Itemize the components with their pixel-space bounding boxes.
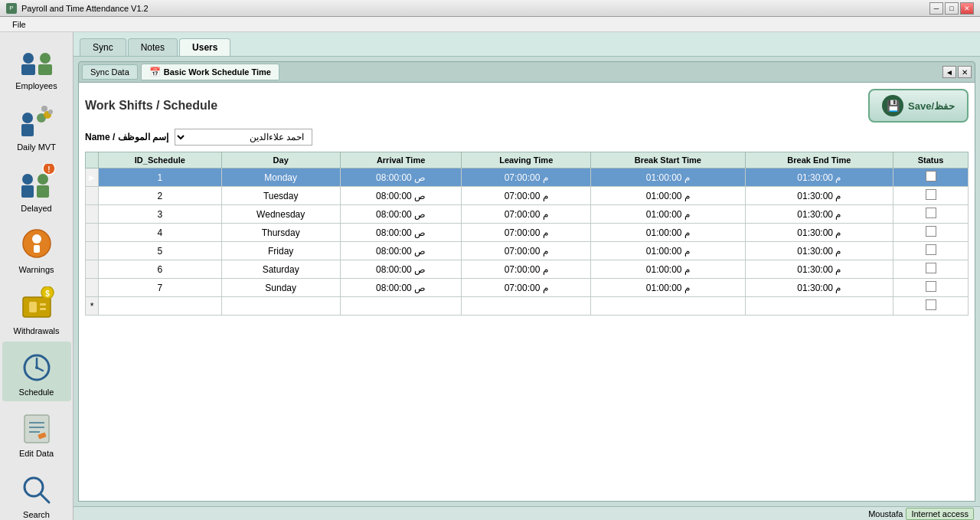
window-controls[interactable]: ─ □ ✕ — [929, 2, 974, 15]
table-cell: 01:00:00 م — [590, 168, 745, 187]
new-row-cell — [745, 297, 893, 316]
sidebar-item-daily-mvt[interactable]: Daily MVT — [2, 96, 71, 156]
table-cell: 01:30:00 م — [745, 242, 893, 260]
new-row-cell — [99, 297, 222, 316]
table-cell: Tuesday — [221, 187, 340, 205]
table-row[interactable]: 2Tuesday08:00:00 ص07:00:00 م01:00:00 م01… — [86, 187, 969, 205]
table-row[interactable]: 6Saturday08:00:00 ص07:00:00 م01:00:00 م0… — [86, 260, 969, 279]
row-arrow-cell — [86, 224, 99, 242]
save-button[interactable]: 💾 Save/حفظ — [868, 89, 969, 123]
status-cell[interactable] — [893, 224, 969, 242]
edit-data-label: Edit Data — [19, 449, 54, 458]
status-cell[interactable] — [893, 205, 969, 224]
table-cell: 01:00:00 م — [590, 260, 745, 279]
tab-users[interactable]: Users — [179, 38, 230, 56]
status-checkbox[interactable] — [926, 189, 936, 200]
file-menu[interactable]: File — [6, 18, 32, 31]
new-row-cell — [590, 297, 745, 316]
table-cell: 08:00:00 ص — [340, 242, 462, 260]
table-row[interactable]: 4Thursday08:00:00 ص07:00:00 م01:00:00 م0… — [86, 224, 969, 242]
tab-notes[interactable]: Notes — [128, 38, 178, 56]
table-cell: Sunday — [221, 279, 340, 297]
svg-point-11 — [22, 174, 33, 185]
table-cell: 08:00:00 ص — [340, 279, 462, 297]
table-cell: Monday — [221, 168, 340, 187]
col-break-start: Break Start Time — [590, 152, 745, 168]
row-arrow-cell — [86, 279, 99, 297]
search-label: Search — [23, 510, 50, 519]
table-cell: Friday — [221, 242, 340, 260]
employee-name-select[interactable]: احمد علاءالدين — [175, 129, 312, 146]
col-arrival: Arrival Time — [340, 152, 462, 168]
sidebar-item-schedule[interactable]: Schedule — [2, 342, 71, 401]
table-cell: 01:30:00 م — [745, 168, 893, 187]
table-row[interactable]: 5Friday08:00:00 ص07:00:00 م01:00:00 م01:… — [86, 242, 969, 260]
sidebar-item-edit-data[interactable]: Edit Data — [2, 403, 71, 463]
new-status-cell[interactable] — [893, 297, 969, 316]
svg-rect-18 — [34, 245, 40, 253]
sub-tab-sync-data[interactable]: Sync Data — [82, 64, 138, 80]
table-cell: 01:00:00 م — [590, 224, 745, 242]
new-status-checkbox[interactable] — [926, 299, 936, 310]
sidebar-item-delayed[interactable]: ! Delayed — [2, 158, 71, 217]
svg-line-35 — [41, 494, 49, 502]
new-row-cell — [340, 297, 462, 316]
sidebar-item-employees[interactable]: Employees — [2, 35, 71, 95]
app-title: Payroll and Time Attendance V1.2 — [21, 4, 149, 13]
svg-rect-10 — [21, 185, 34, 198]
name-row: Name / إسم الموظف احمد علاءالدين — [85, 129, 969, 146]
table-row[interactable]: 3Wednesday08:00:00 ص07:00:00 م01:00:00 م… — [86, 205, 969, 224]
new-row-marker: * — [86, 297, 99, 316]
sync-data-label: Sync Data — [90, 67, 129, 77]
row-arrow-cell — [86, 260, 99, 279]
withdrawals-icon: $ — [18, 286, 55, 323]
status-checkbox[interactable] — [926, 281, 936, 292]
status-checkbox[interactable] — [926, 226, 936, 237]
table-cell: 01:00:00 م — [590, 205, 745, 224]
status-checkbox[interactable] — [926, 171, 936, 182]
status-cell[interactable] — [893, 260, 969, 279]
status-cell[interactable] — [893, 168, 969, 187]
daily-mvt-label: Daily MVT — [17, 142, 56, 152]
table-cell: 07:00:00 م — [462, 279, 591, 297]
table-cell: 3 — [99, 205, 222, 224]
status-checkbox[interactable] — [926, 263, 936, 273]
status-checkbox[interactable] — [926, 244, 936, 255]
svg-point-1 — [23, 53, 34, 64]
close-button[interactable]: ✕ — [960, 2, 974, 15]
table-cell: 4 — [99, 224, 222, 242]
table-row[interactable]: 7Sunday08:00:00 ص07:00:00 م01:00:00 م01:… — [86, 279, 969, 297]
employees-icon-area — [17, 40, 57, 80]
table-cell: 01:30:00 م — [745, 187, 893, 205]
table-cell: 08:00:00 ص — [340, 187, 462, 205]
warnings-label: Warnings — [18, 265, 54, 274]
minimize-button[interactable]: ─ — [929, 2, 943, 15]
internet-status: Internet access — [906, 508, 974, 520]
app-icon: P — [6, 3, 17, 14]
svg-rect-20 — [29, 302, 37, 312]
status-cell[interactable] — [893, 279, 969, 297]
sub-tab-nav-left[interactable]: ◄ — [942, 66, 956, 78]
table-cell: 01:30:00 م — [745, 205, 893, 224]
table-cell: 5 — [99, 242, 222, 260]
schedule-label: Schedule — [19, 388, 54, 397]
name-field-label: Name / إسم الموظف — [85, 132, 168, 142]
content-area: Sync Notes Users Sync Data 📅 Basic Work … — [74, 32, 980, 520]
table-row[interactable]: ►1Monday08:00:00 ص07:00:00 م01:00:00 م01… — [86, 168, 969, 187]
panel-title: Work Shifts / Schedule — [85, 99, 217, 113]
daily-mvt-icon — [18, 103, 55, 139]
status-checkbox[interactable] — [926, 208, 936, 218]
table-body: ►1Monday08:00:00 ص07:00:00 م01:00:00 م01… — [86, 168, 969, 316]
panel-header: Work Shifts / Schedule 💾 Save/حفظ — [85, 89, 969, 123]
status-cell[interactable] — [893, 187, 969, 205]
status-cell[interactable] — [893, 242, 969, 260]
maximize-button[interactable]: □ — [945, 2, 959, 15]
sidebar-item-search[interactable]: Search — [2, 464, 71, 520]
table-cell: 07:00:00 م — [462, 242, 591, 260]
table-cell: Thursday — [221, 224, 340, 242]
tab-sync[interactable]: Sync — [80, 38, 126, 56]
sub-tab-close[interactable]: ✕ — [958, 66, 972, 78]
sub-tab-basic-schedule[interactable]: 📅 Basic Work Schedule Time — [141, 64, 279, 80]
sidebar-item-warnings[interactable]: Warnings — [2, 219, 71, 279]
sidebar-item-withdrawals[interactable]: $ Withdrawals — [2, 280, 71, 340]
